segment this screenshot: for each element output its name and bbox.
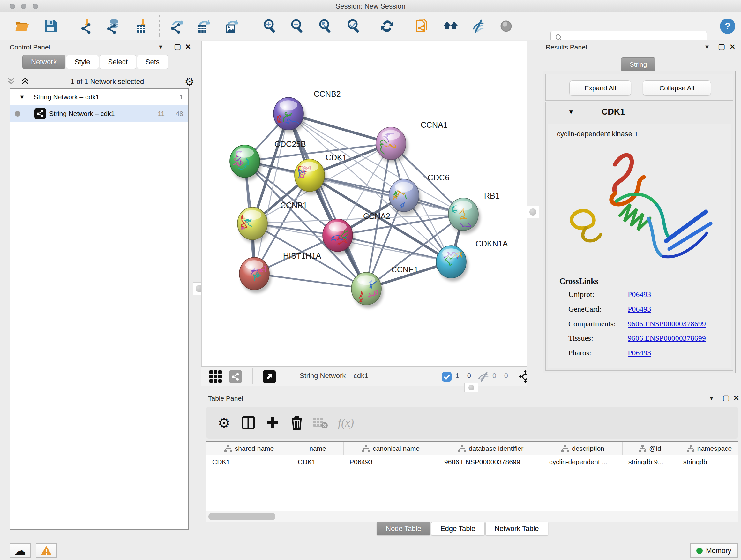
column-header-canonical-name[interactable]: canonical name [344, 442, 439, 455]
panel-close-icon[interactable]: ✕ [185, 43, 191, 51]
network-node[interactable] [436, 246, 466, 278]
import-network-database-icon[interactable] [104, 17, 123, 36]
gene-header-row[interactable]: ▼ CDK1 [546, 102, 733, 122]
network-node[interactable] [230, 145, 260, 178]
zoom-fit-icon[interactable] [316, 17, 335, 36]
network-node[interactable] [389, 179, 419, 212]
hidden-eye-icon [476, 369, 491, 384]
crosslink-link[interactable]: 9606.ENSP00000378699 [628, 334, 706, 343]
help-button[interactable]: ? [718, 17, 737, 36]
node-table: shared namenamecanonical namedatabase id… [206, 441, 738, 511]
tab-select[interactable]: Select [99, 55, 136, 69]
table-hscrollbar-thumb[interactable] [208, 513, 275, 520]
panel-float-icon[interactable]: ▢ [723, 393, 730, 402]
selected-checkbox-icon[interactable] [441, 369, 452, 384]
tab-network[interactable]: Network [22, 55, 65, 69]
expand-all-button[interactable]: Expand All [569, 80, 631, 96]
function-builder-icon: f(x) [337, 414, 355, 432]
panel-close-icon[interactable]: ✕ [730, 43, 735, 51]
import-network-file-icon[interactable] [77, 17, 96, 36]
save-session-icon[interactable] [41, 17, 60, 36]
zoom-selected-icon[interactable] [344, 17, 363, 36]
node-label: CCNB1 [280, 201, 307, 210]
network-node[interactable] [376, 127, 406, 160]
panel-menu-icon[interactable]: ▾ [710, 394, 713, 402]
network-canvas[interactable]: CCNB2CCNA1CDC25BCDK1CDC6RB1CCNB1CCNA2CDK… [201, 41, 527, 366]
table-row[interactable]: CDK1CDK1P064939606.ENSP00000378699cyclin… [206, 455, 738, 469]
hide-panel-icon[interactable] [469, 17, 488, 36]
birds-eye-view-icon[interactable] [262, 369, 277, 384]
network-view-title: String Network – cdk1 [300, 372, 368, 380]
network-node[interactable] [239, 257, 269, 290]
column-header-name[interactable]: name [292, 442, 344, 455]
network-node[interactable] [448, 198, 478, 231]
tab-string[interactable]: String [621, 57, 656, 71]
crosslink-link[interactable]: 9606.ENSP00000378699 [628, 320, 706, 328]
import-table-icon[interactable] [133, 17, 152, 36]
results-panel-title: Results Panel [546, 44, 587, 51]
cloud-icon: ☁ [14, 545, 26, 557]
toolbar-separator [159, 15, 159, 37]
collapse-all-button[interactable]: Collapse All [643, 80, 711, 96]
node-label: CDKN1A [475, 239, 508, 248]
network-options-gear-icon[interactable]: ⚙ [185, 75, 194, 88]
add-column-icon[interactable] [264, 414, 281, 432]
open-session-icon[interactable] [12, 17, 31, 36]
collection-name: String Network – cdk1 [34, 93, 99, 101]
warnings-button[interactable] [36, 543, 57, 558]
panel-menu-icon[interactable]: ▾ [705, 43, 709, 51]
warning-icon [40, 545, 52, 556]
collapse-all-networks-icon[interactable] [6, 76, 16, 87]
node-label: CCNB2 [314, 89, 341, 98]
collection-expand-icon[interactable]: ▼ [19, 94, 25, 101]
tab-edge-table[interactable]: Edge Table [431, 522, 485, 536]
crosslink-link[interactable]: P06493 [628, 305, 651, 314]
home-pages-icon[interactable] [441, 17, 460, 36]
string-view-icon[interactable] [228, 369, 243, 384]
column-header-namespace[interactable]: namespace [677, 442, 738, 455]
gene-description: cyclin-dependent kinase 1 [557, 130, 638, 138]
string-import-icon[interactable] [412, 17, 431, 36]
cloud-button[interactable]: ☁ [10, 543, 30, 558]
refresh-icon[interactable] [378, 17, 397, 36]
gene-collapse-icon[interactable]: ▼ [568, 109, 574, 116]
panel-menu-icon[interactable]: ▾ [159, 43, 162, 51]
tab-style[interactable]: Style [66, 55, 99, 69]
crosslink-link[interactable]: P06493 [628, 349, 651, 357]
zoom-out-icon[interactable] [288, 17, 307, 36]
column-header-description[interactable]: description [543, 442, 623, 455]
zoom-in-icon[interactable] [260, 17, 280, 36]
network-node[interactable] [351, 272, 381, 305]
export-network-icon[interactable] [167, 17, 186, 36]
memory-button[interactable]: Memory [690, 543, 738, 558]
tab-network-table[interactable]: Network Table [485, 522, 548, 536]
crosslink-label: Pharos: [568, 349, 591, 357]
tab-sets[interactable]: Sets [137, 55, 168, 69]
toolbar-separator [369, 15, 370, 37]
show-columns-icon[interactable] [239, 414, 257, 432]
tab-node-table[interactable]: Node Table [377, 522, 430, 536]
right-splitter-handle[interactable] [527, 206, 539, 219]
network-node[interactable] [294, 159, 325, 192]
export-table-icon[interactable] [194, 17, 213, 36]
crosslink-link[interactable]: P06493 [628, 290, 651, 299]
column-header--id[interactable]: @id [623, 442, 677, 455]
toggle-view-icon[interactable] [496, 17, 516, 36]
network-node[interactable] [323, 219, 353, 252]
delete-column-icon[interactable] [288, 414, 306, 432]
horizontal-splitter-handle[interactable] [464, 383, 478, 392]
expand-all-networks-icon[interactable] [20, 76, 30, 87]
panel-float-icon[interactable]: ▢ [174, 42, 181, 51]
column-header-shared-name[interactable]: shared name [206, 442, 292, 455]
gene-details-box: cyclin-dependent kinase 1 CrossLinks Uni… [548, 124, 731, 368]
table-options-gear-icon[interactable]: ⚙ [215, 414, 233, 432]
show-grid-icon[interactable] [208, 369, 223, 384]
network-node[interactable] [238, 207, 267, 240]
panel-close-icon[interactable]: ✕ [733, 394, 739, 402]
network-row[interactable]: String Network – cdk1 11 48 [10, 105, 188, 122]
column-header-database-identifier[interactable]: database identifier [439, 442, 543, 455]
network-collection-row[interactable]: ▼ String Network – cdk1 1 [10, 89, 188, 105]
network-node[interactable] [273, 98, 304, 130]
panel-float-icon[interactable]: ▢ [718, 42, 725, 51]
export-image-icon[interactable] [222, 17, 241, 36]
